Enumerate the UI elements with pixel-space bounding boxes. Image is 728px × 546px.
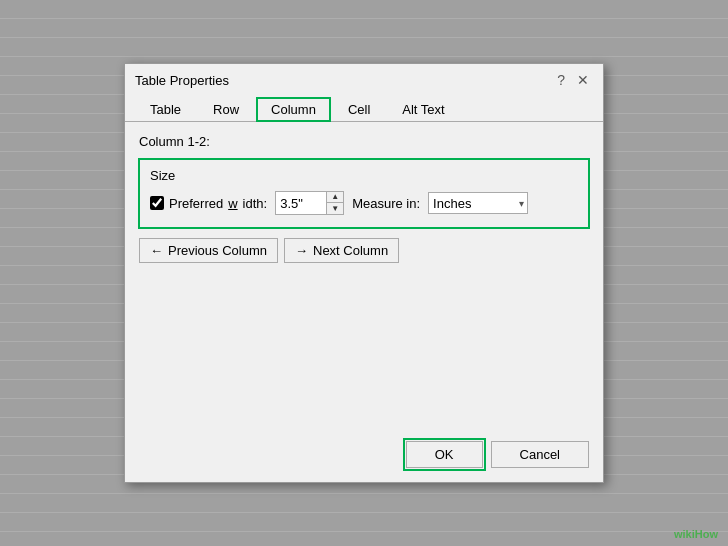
tab-column[interactable]: Column	[256, 97, 331, 122]
measure-select[interactable]: Inches Centimeters	[428, 192, 528, 214]
preferred-width-checkbox-label[interactable]: Preferred width:	[150, 196, 267, 211]
tabs-bar: Table Row Column Cell Alt Text	[125, 92, 603, 122]
left-arrow-icon: ←	[150, 243, 163, 258]
size-section: Size Preferred width: ▲ ▼ Measure in: I	[139, 159, 589, 228]
spinner: ▲ ▼	[326, 192, 343, 214]
tab-row[interactable]: Row	[198, 97, 254, 122]
titlebar: Table Properties ? ✕	[125, 64, 603, 92]
prev-column-label: Previous Column	[168, 243, 267, 258]
watermark-prefix: wiki	[674, 528, 695, 540]
column-label: Column 1-2:	[139, 134, 589, 149]
cancel-button[interactable]: Cancel	[491, 441, 589, 468]
size-row: Preferred width: ▲ ▼ Measure in: Inches …	[150, 191, 578, 215]
watermark-suffix: How	[695, 528, 718, 540]
size-title: Size	[150, 168, 578, 183]
tab-alt-text[interactable]: Alt Text	[387, 97, 459, 122]
width-input-wrap: ▲ ▼	[275, 191, 344, 215]
measure-label: Measure in:	[352, 196, 420, 211]
spinner-up[interactable]: ▲	[327, 192, 343, 203]
tab-cell[interactable]: Cell	[333, 97, 385, 122]
next-column-button[interactable]: → Next Column	[284, 238, 399, 263]
tab-table[interactable]: Table	[135, 97, 196, 122]
next-column-label: Next Column	[313, 243, 388, 258]
preferred-width-checkbox[interactable]	[150, 196, 164, 210]
ok-button[interactable]: OK	[406, 441, 483, 468]
dialog-content: Column 1-2: Size Preferred width: ▲ ▼ Me…	[125, 122, 603, 431]
titlebar-controls: ? ✕	[553, 72, 593, 88]
dialog-footer: OK Cancel	[125, 431, 603, 482]
width-input[interactable]	[276, 194, 326, 213]
nav-buttons: ← Previous Column → Next Column	[139, 238, 589, 263]
measure-select-wrap: Inches Centimeters	[428, 192, 528, 214]
prev-column-button[interactable]: ← Previous Column	[139, 238, 278, 263]
dialog-title: Table Properties	[135, 73, 229, 88]
spinner-down[interactable]: ▼	[327, 203, 343, 214]
right-arrow-icon: →	[295, 243, 308, 258]
watermark: wikiHow	[674, 528, 718, 540]
table-properties-dialog: Table Properties ? ✕ Table Row Column Ce…	[124, 63, 604, 483]
close-icon[interactable]: ✕	[573, 72, 593, 88]
help-icon[interactable]: ?	[553, 72, 569, 88]
